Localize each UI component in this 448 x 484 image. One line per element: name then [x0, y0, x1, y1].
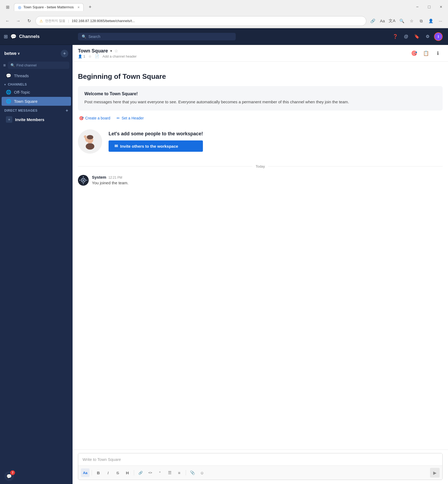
- member-count-text: 1: [83, 54, 85, 58]
- reload-btn[interactable]: ↻: [25, 17, 33, 25]
- collections-icon[interactable]: ⧉: [417, 17, 425, 25]
- find-channel-placeholder: Find channel: [16, 63, 36, 67]
- create-board-link[interactable]: 🎯 Create a board: [79, 116, 110, 120]
- set-header-label: Set a Header: [121, 116, 144, 120]
- channel-board-icon[interactable]: 🎯: [409, 48, 419, 58]
- channel-globe-icon-1: 🌐: [6, 90, 11, 95]
- channels-toggle-icon[interactable]: ▾: [4, 83, 6, 86]
- translate-icon[interactable]: 文A: [388, 17, 396, 25]
- emoji-icon: ☺: [200, 471, 204, 475]
- bookmark-icon[interactable]: 🔖: [413, 32, 421, 41]
- forward-btn[interactable]: →: [14, 17, 23, 25]
- channel-notes-icon[interactable]: 📋: [421, 48, 431, 58]
- close-btn[interactable]: ×: [437, 3, 445, 11]
- browser-tab[interactable]: ◎ Town Square - betwe Mattermos ×: [14, 3, 84, 11]
- quote-btn[interactable]: ": [156, 468, 164, 477]
- tab-title: Town Square - betwe Mattermos: [23, 5, 74, 9]
- channel-docs-btn[interactable]: 📄: [95, 54, 99, 58]
- tab-close-btn[interactable]: ×: [77, 5, 80, 9]
- maximize-btn[interactable]: □: [425, 3, 433, 11]
- workspace-header: betwe ∨ +: [0, 48, 73, 61]
- address-bar[interactable]: ⚠ 안전하지 않음 | 192.168.87.128:8065/betwe/ch…: [35, 16, 366, 26]
- favorites-icon[interactable]: ☆: [407, 17, 416, 25]
- beginning-label: Beginning of Town Square: [78, 72, 443, 81]
- invite-title: Let's add some people to the workspace!: [109, 131, 203, 137]
- app-container: ⊞ 💬 Channels betwe ∨ + ≡ 🔍 Find channel: [0, 28, 448, 484]
- settings-cog-icon[interactable]: ⚙: [423, 32, 432, 41]
- channel-globe-icon-2: 🌐: [6, 99, 11, 104]
- invite-others-btn[interactable]: ✉ Invite others to the workspace: [109, 140, 203, 152]
- help-icon[interactable]: ❓: [391, 32, 400, 41]
- link-icon[interactable]: 🔗: [368, 17, 377, 25]
- add-dm-btn[interactable]: +: [66, 108, 68, 113]
- send-btn[interactable]: ▶: [430, 468, 440, 478]
- user-avatar[interactable]: I: [434, 32, 443, 41]
- settings-icon[interactable]: ···: [436, 17, 445, 25]
- browser-toolbar-icons: 🔗 Aа 文A 🔍 ☆ ⧉ 👤 ···: [368, 17, 445, 25]
- svg-point-9: [83, 183, 84, 184]
- channel-star-btn[interactable]: ☆: [114, 48, 118, 54]
- find-channel-input[interactable]: 🔍 Find channel: [8, 62, 69, 69]
- svg-point-8: [83, 176, 84, 177]
- docs-icon: 📄: [95, 54, 99, 58]
- channel-header: Town Square ▾ ☆ 👤 1 ☆ 📄 Add a channe: [73, 45, 448, 62]
- invite-illustration: [78, 129, 102, 154]
- link-btn[interactable]: 🔗: [136, 468, 145, 477]
- new-tab-btn[interactable]: +: [86, 3, 94, 11]
- sidebar-channel-town-square: Town Square: [14, 99, 38, 104]
- profile-icon[interactable]: 👤: [427, 17, 435, 25]
- app-grid-icon[interactable]: ⊞: [4, 34, 8, 40]
- notification-badge: 7: [10, 470, 15, 475]
- main-topbar: 🔍 Search ❓ @ 🔖 ⚙ I: [73, 28, 448, 45]
- browser-titlebar: ⊞ ◎ Town Square - betwe Mattermos × + − …: [0, 0, 448, 14]
- send-icon: ▶: [433, 470, 436, 475]
- channel-dropdown-btn[interactable]: ▾: [110, 49, 112, 53]
- ul-btn[interactable]: ☰: [165, 468, 174, 477]
- back-btn[interactable]: ←: [3, 17, 12, 25]
- browser-window-controls: ⊞: [3, 3, 12, 11]
- member-count[interactable]: 👤 1: [78, 54, 85, 58]
- strikethrough-btn[interactable]: S: [113, 468, 122, 477]
- message-avatar: [78, 175, 89, 186]
- emoji-btn[interactable]: ☺: [198, 468, 206, 477]
- format-aa-btn[interactable]: Aa: [81, 468, 89, 477]
- channel-favorite-btn[interactable]: ☆: [88, 54, 92, 58]
- svg-point-1: [86, 143, 94, 150]
- message-input-box: Write to Town Square Aa B I S H 🔗 <> ": [78, 453, 443, 480]
- channel-info-icon[interactable]: ℹ: [433, 48, 443, 58]
- svg-point-11: [86, 180, 87, 181]
- address-text: 192.168.87.128:8065/betwe/channels/t...: [72, 19, 362, 23]
- workspace-add-btn[interactable]: +: [61, 50, 68, 57]
- action-links: 🎯 Create a board ✏ Set a Header: [78, 116, 443, 120]
- italic-btn[interactable]: I: [104, 468, 112, 477]
- message-input-field[interactable]: Write to Town Square: [78, 453, 442, 465]
- sidebar-item-invite-members[interactable]: + Invite Members: [2, 114, 71, 125]
- board-icon: 🎯: [79, 116, 84, 120]
- at-icon[interactable]: @: [402, 32, 410, 41]
- bold-btn[interactable]: B: [94, 468, 103, 477]
- workspace-name[interactable]: betwe ∨: [4, 51, 20, 56]
- main-search-box[interactable]: 🔍 Search: [78, 33, 236, 40]
- message-placeholder: Write to Town Square: [83, 457, 121, 462]
- sidebar-item-threads[interactable]: 💬 Threads: [2, 71, 71, 80]
- minimize-btn[interactable]: −: [414, 3, 421, 11]
- attach-btn[interactable]: 📎: [188, 468, 197, 477]
- notification-bell-btn[interactable]: 💬 7: [4, 471, 14, 481]
- date-divider: Today: [78, 164, 443, 168]
- ol-btn[interactable]: ≡: [175, 468, 184, 477]
- heading-btn[interactable]: H: [123, 468, 132, 477]
- message-time: 12:21 PM: [108, 176, 122, 179]
- reader-icon[interactable]: Aа: [378, 17, 387, 25]
- star-outline-icon: ☆: [88, 54, 92, 58]
- sidebar-item-off-topic[interactable]: 🌐 Off-Topic: [2, 88, 71, 97]
- sidebar-toggle-btn[interactable]: ⊞: [3, 3, 12, 11]
- add-header-link[interactable]: Add a channel header: [102, 54, 137, 58]
- invite-members-label: Invite Members: [15, 117, 44, 122]
- address-separator: |: [68, 19, 69, 23]
- sidebar-item-town-square[interactable]: 🌐 Town Square: [2, 97, 71, 106]
- search-icon[interactable]: 🔍: [397, 17, 406, 25]
- filter-icon[interactable]: ≡: [3, 63, 6, 68]
- set-header-link[interactable]: ✏ Set a Header: [117, 116, 144, 120]
- user-initials: I: [438, 34, 439, 39]
- code-btn[interactable]: <>: [146, 468, 155, 477]
